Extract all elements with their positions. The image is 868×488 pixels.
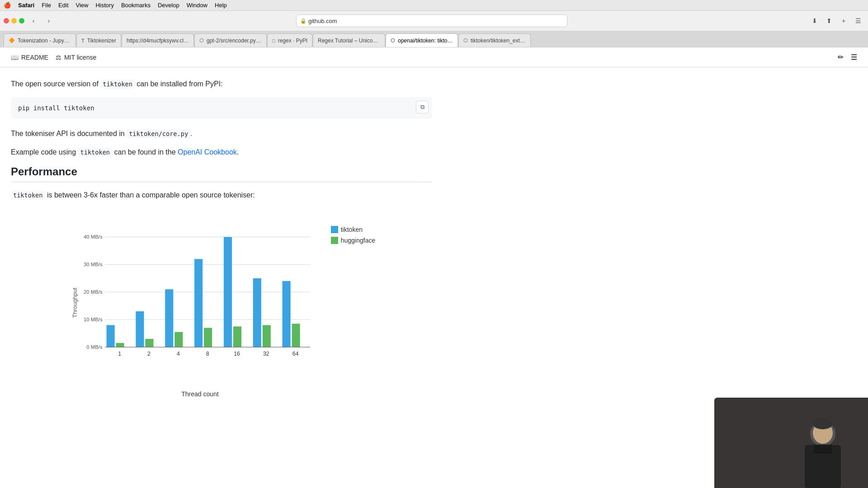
menu-history[interactable]: History (95, 2, 113, 9)
tab-3-label: gpt-2/src/encoder.py at master... (207, 38, 262, 44)
tab-5[interactable]: Regex Tutorial – Unicode Chara... (313, 33, 385, 47)
svg-rect-18 (145, 339, 153, 347)
openai-cookbook-link[interactable]: OpenAI Cookbook (178, 148, 237, 156)
svg-rect-23 (292, 324, 300, 347)
menu-develop[interactable]: Develop (158, 2, 179, 9)
tab-1-icon: T (81, 38, 85, 43)
svg-text:4: 4 (177, 351, 180, 357)
svg-text:8: 8 (206, 351, 209, 357)
back-button[interactable]: ‹ (27, 14, 40, 27)
svg-rect-38 (814, 445, 832, 454)
tab-4-label: regex · PyPI (278, 38, 307, 44)
api-code-inline: tiktoken/core.py (127, 129, 190, 138)
svg-text:0 MB/s: 0 MB/s (86, 344, 103, 350)
tab-3[interactable]: ⬡ gpt-2/src/encoder.py at master... (194, 33, 267, 47)
tab-0-icon: 🔶 (9, 38, 15, 43)
svg-rect-17 (116, 343, 124, 347)
svg-rect-33 (714, 398, 868, 488)
tab-3-icon: ⬡ (199, 38, 204, 43)
list-button[interactable]: ☰ (851, 53, 857, 61)
y-axis-label: Throughput (71, 288, 78, 318)
svg-text:64: 64 (292, 351, 299, 357)
tab-6-icon: ⬡ (391, 38, 395, 43)
download-button[interactable]: ⬇ (808, 14, 821, 27)
apple-menu[interactable]: 🍎 (4, 2, 11, 9)
menu-bookmarks[interactable]: Bookmarks (121, 2, 151, 9)
legend-tiktoken-color (331, 226, 338, 233)
svg-rect-21 (233, 327, 241, 347)
copy-button[interactable]: ⧉ (416, 101, 429, 113)
tabs-bar: 🔶 Tokenization - Jupyter Notebook T Tikt… (0, 31, 868, 47)
svg-rect-14 (224, 237, 232, 347)
x-axis-label: Thread count (84, 390, 316, 398)
readme-header: 📖 README ⚖ MIT license ✏ ☰ (0, 47, 868, 67)
svg-text:40 MB/s: 40 MB/s (84, 235, 103, 240)
forward-button[interactable]: › (42, 14, 55, 27)
svg-point-37 (813, 418, 833, 429)
tab-0-label: Tokenization - Jupyter Notebook (18, 38, 71, 44)
tab-2[interactable]: https://d4mucfpksywv.cloudfro... (122, 33, 194, 47)
legend-tiktoken: tiktoken (331, 226, 375, 233)
license-tab[interactable]: ⚖ MIT license (56, 54, 96, 61)
toolbar-right: ⬇ ⬆ + ☰ (808, 14, 864, 27)
performance-title: Performance (11, 165, 432, 182)
share-button[interactable]: ⬆ (823, 14, 835, 27)
app-name[interactable]: Safari (18, 2, 34, 9)
tab-4-icon: □ (272, 38, 275, 43)
tab-6[interactable]: ⬡ openai/tiktoken: tiktoken is a fa... (386, 33, 458, 47)
legend-huggingface: huggingface (331, 237, 375, 244)
browser-chrome: ‹ › 🔒 github.com ⬇ ⬆ + ☰ 🔶 Tokenization … (0, 11, 868, 47)
video-overlay (714, 398, 868, 488)
svg-text:1: 1 (118, 351, 121, 357)
tab-7[interactable]: ⬡ tiktoken/tiktoken_ext/openai_p... (458, 33, 531, 47)
fullscreen-button[interactable] (19, 18, 24, 23)
api-text: The tokeniser API is documented in tikto… (11, 128, 432, 140)
svg-rect-10 (107, 325, 115, 347)
pip-command: pip install tiktoken (18, 104, 94, 112)
close-button[interactable] (4, 18, 9, 23)
tab-5-label: Regex Tutorial – Unicode Chara... (318, 38, 380, 44)
svg-text:20 MB/s: 20 MB/s (84, 289, 103, 295)
svg-text:32: 32 (263, 351, 269, 357)
svg-rect-19 (175, 332, 183, 347)
svg-rect-20 (204, 328, 212, 347)
install-text: The open source version of tiktoken can … (11, 78, 432, 90)
tab-0[interactable]: 🔶 Tokenization - Jupyter Notebook (4, 33, 76, 47)
tab-2-label: https://d4mucfpksywv.cloudfro... (127, 38, 189, 44)
new-tab-button[interactable]: + (837, 14, 850, 27)
sidebar-button[interactable]: ☰ (852, 14, 864, 27)
tiktoken-code-inline: tiktoken (11, 191, 45, 200)
svg-text:30 MB/s: 30 MB/s (84, 262, 103, 267)
menu-window[interactable]: Window (187, 2, 208, 9)
svg-rect-22 (263, 325, 271, 347)
tab-4[interactable]: □ regex · PyPI (267, 33, 312, 47)
tab-7-icon: ⬡ (463, 38, 468, 43)
legend-huggingface-color (331, 237, 338, 244)
svg-text:2: 2 (147, 351, 151, 357)
performance-description: tiktoken is between 3-6x faster than a c… (11, 189, 432, 201)
svg-text:10 MB/s: 10 MB/s (84, 317, 103, 322)
readme-label: README (21, 54, 48, 61)
menu-edit[interactable]: Edit (58, 2, 68, 9)
svg-text:16: 16 (234, 351, 240, 357)
legend-huggingface-label: huggingface (341, 237, 375, 244)
readme-body[interactable]: The open source version of tiktoken can … (0, 67, 443, 486)
tab-7-label: tiktoken/tiktoken_ext/openai_p... (471, 38, 526, 44)
mac-menubar: 🍎 Safari File Edit View History Bookmark… (0, 0, 868, 11)
video-placeholder (714, 398, 868, 488)
menu-file[interactable]: File (42, 2, 51, 9)
tab-6-label: openai/tiktoken: tiktoken is a fa... (398, 38, 453, 44)
readme-tab[interactable]: 📖 README (11, 54, 48, 61)
svg-rect-11 (136, 311, 144, 347)
tab-1[interactable]: T Tiktokenizer (76, 33, 121, 47)
menu-view[interactable]: View (76, 2, 89, 9)
svg-rect-12 (165, 290, 173, 347)
book-icon: 📖 (11, 54, 19, 61)
menu-help[interactable]: Help (215, 2, 227, 9)
person-video (714, 398, 868, 488)
svg-rect-13 (194, 259, 203, 347)
chart-legend: tiktoken huggingface (331, 226, 375, 244)
address-bar[interactable]: 🔒 github.com (296, 14, 567, 27)
minimize-button[interactable] (11, 18, 17, 23)
edit-button[interactable]: ✏ (838, 53, 844, 61)
